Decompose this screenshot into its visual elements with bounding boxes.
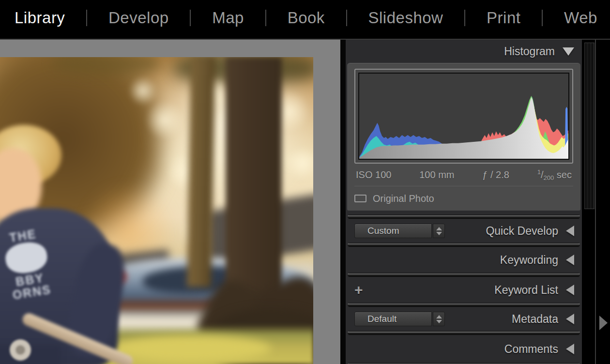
- stepper-down-icon: [436, 320, 442, 323]
- exif-aperture: ƒ / 2.8: [482, 169, 509, 181]
- panel-divider: [348, 331, 580, 335]
- comments-title: Comments: [504, 343, 558, 356]
- original-photo-checkbox[interactable]: [354, 195, 366, 202]
- nav-item-develop[interactable]: Develop: [108, 9, 169, 27]
- nav-item-web[interactable]: Web: [564, 9, 597, 27]
- lightroom-window: Library Develop Map Book Slideshow Print…: [0, 0, 610, 364]
- stepper-down-icon: [436, 232, 442, 235]
- keyword-list-title: Keyword List: [494, 284, 558, 297]
- add-keyword-button[interactable]: +: [354, 283, 363, 297]
- histogram-panel-title: Histogram: [504, 45, 555, 58]
- comments-panel-header[interactable]: Comments: [346, 335, 582, 363]
- histogram-plot[interactable]: [358, 73, 569, 160]
- exif-focal-length: 100 mm: [419, 169, 454, 181]
- quick-develop-preset-value[interactable]: Custom: [354, 224, 432, 238]
- histogram-frame: [354, 69, 573, 164]
- palm-trunk-thin: [187, 57, 215, 287]
- nav-item-book[interactable]: Book: [288, 9, 325, 27]
- scrollbar-thumb[interactable]: [584, 43, 595, 209]
- keyword-list-panel-header[interactable]: + Keyword List: [346, 277, 582, 303]
- exif-info-row: ISO 100 100 mm ƒ / 2.8 1/200 sec: [354, 168, 573, 182]
- palm-frond: [53, 57, 160, 75]
- stepper-control[interactable]: [433, 224, 445, 238]
- triangle-left-icon[interactable]: [566, 226, 574, 236]
- photo[interactable]: THE BBY ORNS: [0, 57, 313, 364]
- keywording-title: Keywording: [500, 254, 558, 267]
- main-content: THE BBY ORNS Histogram: [0, 40, 610, 364]
- nav-separator: [464, 10, 465, 26]
- panel-scroll-strip: [582, 40, 610, 364]
- bokeh-light: [145, 101, 184, 139]
- quick-develop-title: Quick Develop: [486, 225, 558, 238]
- vertical-divider: [595, 40, 596, 364]
- nav-separator: [542, 10, 543, 26]
- triangle-left-icon[interactable]: [566, 314, 574, 324]
- histogram-panel-content: ISO 100 100 mm ƒ / 2.8 1/200 sec Origina…: [347, 63, 580, 211]
- nav-item-map[interactable]: Map: [212, 9, 244, 27]
- quick-develop-panel-header[interactable]: Custom Quick Develop: [346, 219, 582, 243]
- metadata-preset-value[interactable]: Default: [354, 312, 432, 326]
- nav-separator: [86, 10, 87, 26]
- stepper-up-icon: [436, 227, 442, 230]
- original-photo-label: Original Photo: [373, 193, 434, 204]
- module-picker: Library Develop Map Book Slideshow Print…: [0, 0, 610, 40]
- right-panel: Histogram: [346, 40, 582, 364]
- metadata-title: Metadata: [512, 313, 558, 326]
- stepper-control[interactable]: [433, 312, 445, 326]
- triangle-left-icon[interactable]: [566, 344, 574, 354]
- exif-iso: ISO 100: [356, 169, 391, 181]
- nav-item-print[interactable]: Print: [487, 9, 520, 27]
- grass-sunlit: [111, 335, 271, 362]
- metadata-preset-dropdown[interactable]: Default: [354, 312, 445, 326]
- separator-line: [354, 186, 573, 186]
- original-photo-row: Original Photo: [354, 192, 573, 205]
- nav-item-slideshow[interactable]: Slideshow: [368, 9, 443, 27]
- panel-divider: [348, 215, 580, 219]
- panel-gutter: [340, 40, 346, 364]
- panel-divider: [348, 243, 580, 247]
- panel-divider: [348, 273, 580, 277]
- triangle-left-icon[interactable]: [566, 285, 574, 295]
- keywording-panel-header[interactable]: Keywording: [346, 247, 582, 273]
- scooter-handle-knob: [10, 339, 31, 361]
- triangle-down-icon[interactable]: [563, 47, 574, 56]
- nav-separator: [346, 10, 347, 26]
- nav-item-library[interactable]: Library: [15, 9, 65, 27]
- panel-divider: [348, 303, 580, 307]
- bokeh-light: [128, 76, 157, 106]
- loupe-workspace: THE BBY ORNS: [0, 40, 340, 364]
- triangle-left-icon[interactable]: [566, 255, 574, 265]
- panel-show-arrow-icon[interactable]: [599, 316, 608, 330]
- histogram-channel-gray-overlap: [359, 97, 568, 159]
- metadata-panel-header[interactable]: Default Metadata: [346, 307, 582, 331]
- nav-separator: [265, 10, 266, 26]
- exif-shutter-speed: 1/200 sec: [537, 168, 572, 182]
- quick-develop-preset-dropdown[interactable]: Custom: [354, 224, 445, 238]
- histogram-panel-header[interactable]: Histogram: [346, 40, 582, 63]
- stepper-up-icon: [436, 315, 442, 318]
- nav-separator: [190, 10, 191, 26]
